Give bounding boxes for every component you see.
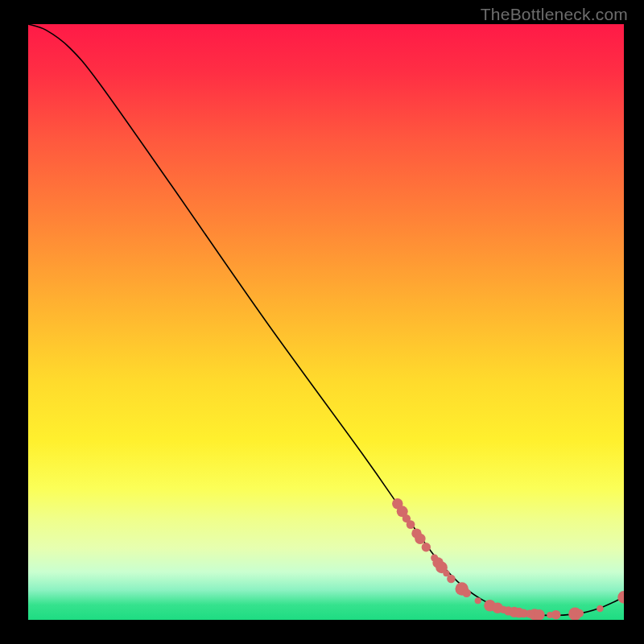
data-marker: [422, 543, 431, 551]
watermark-text: TheBottleneck.com: [481, 5, 628, 24]
data-marker: [534, 609, 545, 620]
data-marker: [475, 597, 481, 604]
data-markers: [392, 498, 624, 620]
data-marker: [447, 575, 456, 584]
data-marker: [576, 609, 584, 617]
data-marker: [462, 588, 471, 597]
chart-svg-layer: [28, 24, 624, 620]
bottleneck-curve: [28, 24, 624, 615]
data-marker: [407, 520, 415, 529]
data-marker: [597, 605, 604, 613]
data-marker: [617, 591, 624, 604]
data-marker: [415, 534, 425, 544]
data-marker: [551, 610, 561, 620]
chart-frame: [28, 24, 624, 620]
